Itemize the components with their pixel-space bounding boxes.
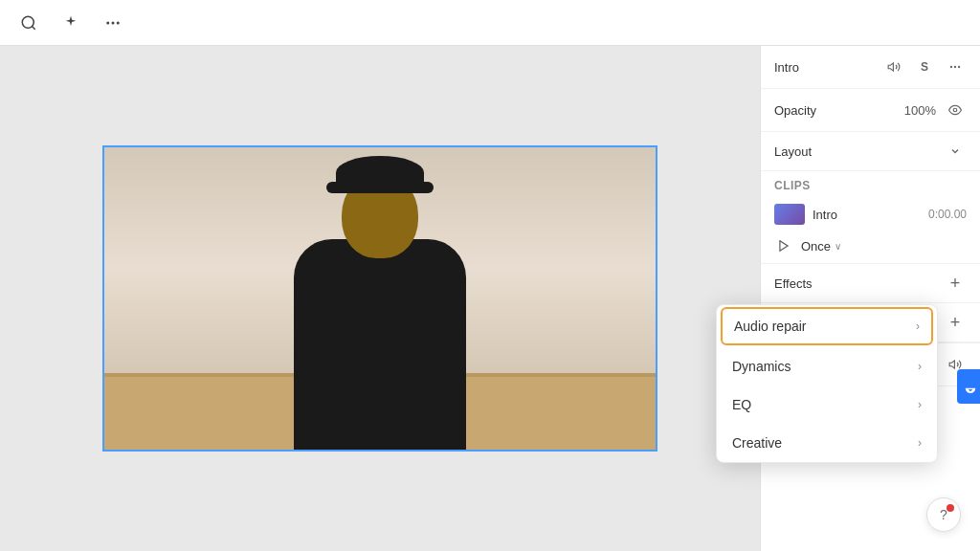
intro-header-row: Intro S [761, 46, 980, 89]
eq-label: EQ [732, 397, 918, 412]
download-button[interactable] [957, 369, 980, 404]
eye-icon[interactable] [944, 99, 967, 121]
layout-label: Layout [774, 144, 936, 159]
clip-thumbnail [774, 204, 805, 225]
playback-row: Once ∨ [761, 232, 980, 263]
svg-point-6 [954, 66, 956, 68]
layout-chevron-icon[interactable] [944, 140, 967, 163]
dropdown-item-creative[interactable]: Creative › [717, 424, 937, 462]
audio-repair-chevron-icon: › [916, 320, 920, 333]
clip-name: Intro [813, 208, 921, 222]
creative-label: Creative [732, 435, 918, 451]
effects-section: Effects + [761, 264, 980, 303]
opacity-section: Opacity 100% [761, 89, 980, 132]
svg-point-1 [106, 21, 109, 24]
effects-row[interactable]: Effects + [761, 264, 980, 302]
opacity-label: Opacity [774, 103, 897, 118]
video-placeholder [104, 147, 656, 450]
animation-add-icon[interactable]: + [944, 311, 967, 334]
dropdown-item-eq[interactable]: EQ › [717, 386, 937, 424]
video-frame[interactable] [102, 145, 657, 452]
playback-chevron-icon: ∨ [835, 241, 841, 252]
svg-point-0 [22, 16, 33, 28]
dropdown-item-dynamics[interactable]: Dynamics › [717, 347, 937, 386]
canvas-area [0, 46, 760, 551]
creative-chevron-icon: › [918, 436, 922, 450]
layout-row[interactable]: Layout [761, 132, 980, 170]
clips-label: Clips [761, 171, 980, 196]
top-toolbar [0, 0, 980, 46]
clips-section: Clips Intro 0:00.00 Once ∨ [761, 171, 980, 264]
help-notification-dot [947, 504, 954, 512]
svg-point-5 [950, 66, 952, 68]
play-icon [774, 236, 793, 255]
svg-marker-11 [949, 361, 954, 368]
svg-point-7 [958, 66, 960, 68]
dropdown-item-audio-repair[interactable]: Audio repair › [721, 307, 933, 345]
svg-point-2 [112, 21, 115, 24]
person-cap [336, 156, 424, 189]
eq-chevron-icon: › [918, 398, 922, 411]
more-options-icon[interactable] [100, 10, 126, 36]
opacity-row: Opacity 100% [761, 89, 980, 131]
more-options-button[interactable] [944, 55, 967, 78]
effects-add-icon[interactable]: + [944, 272, 967, 295]
sparkle-icon[interactable] [57, 10, 84, 36]
audio-dropdown-menu: Audio repair › Dynamics › EQ › Creative … [716, 304, 938, 463]
right-panel: Intro S Opacity 100% [760, 46, 980, 551]
intro-title: Intro [774, 60, 875, 75]
svg-point-3 [117, 21, 120, 24]
svg-point-8 [953, 108, 957, 112]
help-button[interactable]: ? [926, 497, 961, 532]
s-label[interactable]: S [913, 55, 936, 78]
audio-repair-label: Audio repair [734, 319, 916, 334]
clip-row: Intro 0:00.00 [761, 196, 980, 232]
svg-marker-4 [888, 63, 893, 71]
clip-time: 0:00.00 [928, 208, 967, 221]
playback-label[interactable]: Once ∨ [801, 239, 841, 253]
volume-icon[interactable] [882, 55, 905, 78]
effects-label: Effects [774, 276, 936, 291]
main-area: Intro S Opacity 100% [0, 46, 980, 551]
dynamics-label: Dynamics [732, 359, 918, 374]
opacity-value: 100% [904, 103, 936, 118]
search-icon[interactable] [15, 10, 42, 36]
svg-marker-9 [780, 241, 788, 252]
dynamics-chevron-icon: › [918, 360, 922, 373]
layout-section: Layout [761, 132, 980, 171]
person-body [294, 239, 466, 450]
